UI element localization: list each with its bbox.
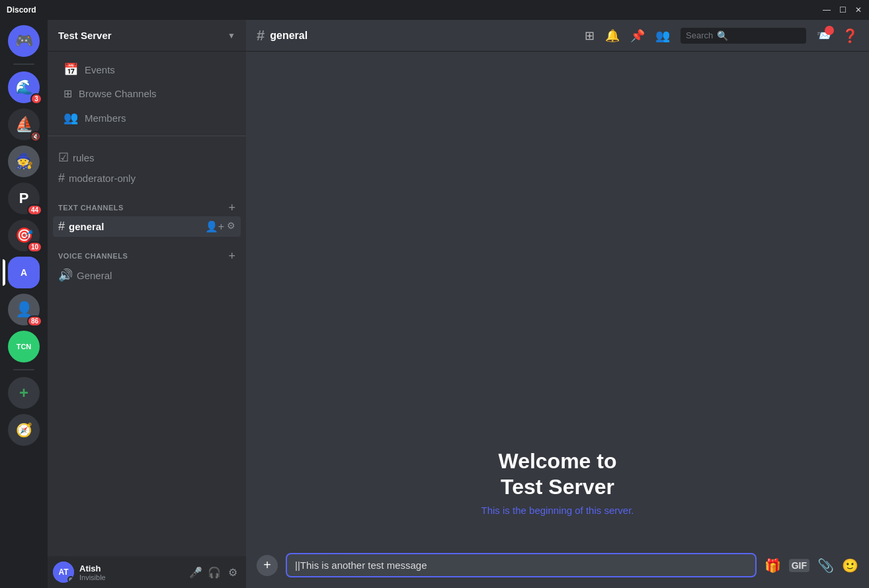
message-input[interactable] bbox=[295, 560, 747, 571]
add-server-button[interactable]: + bbox=[8, 377, 40, 409]
username: Atish bbox=[79, 564, 183, 573]
add-text-channel-button[interactable]: + bbox=[228, 202, 235, 214]
compass-icon: 🧭 bbox=[16, 422, 32, 438]
threads-icon[interactable]: ⊞ bbox=[585, 28, 595, 43]
ungrouped-channels: ☑ rules # moderator-only bbox=[48, 136, 246, 191]
server-item-wave[interactable]: 🌊 3 bbox=[8, 71, 40, 103]
sidebar-item-events-label: Events bbox=[85, 64, 115, 75]
text-channels-section: TEXT CHANNELS + # general 👤+ ⚙ bbox=[48, 191, 246, 239]
channel-header-left: # general bbox=[257, 27, 308, 44]
mute-button[interactable]: 🎤 bbox=[188, 564, 204, 580]
voice-channels-header: VOICE CHANNELS + bbox=[53, 250, 241, 262]
close-button[interactable]: ✕ bbox=[853, 5, 864, 15]
add-icon: + bbox=[19, 384, 28, 402]
user-status-dot bbox=[67, 576, 74, 583]
sail-server-icon: ⛵ bbox=[15, 116, 33, 133]
server-name: Test Server bbox=[58, 30, 112, 41]
user-settings-button[interactable]: ⚙ bbox=[225, 564, 241, 580]
server-item-zeus[interactable]: 🧙 bbox=[8, 146, 40, 177]
channel-actions-general: 👤+ ⚙ bbox=[205, 220, 235, 233]
gift-button[interactable]: 🎁 bbox=[765, 558, 781, 573]
user-area: AT Atish Invisible 🎤 🎧 ⚙ bbox=[48, 556, 246, 588]
server-item-ts[interactable]: A bbox=[8, 257, 40, 288]
server-item-discord-home[interactable]: 🎮 bbox=[8, 25, 40, 57]
rules-icon: ☑ bbox=[58, 150, 69, 165]
server-badge-p44: 44 bbox=[27, 204, 42, 216]
welcome-subtitle: This is the beginning of this server. bbox=[270, 505, 845, 516]
server-separator bbox=[13, 63, 34, 65]
add-voice-channel-button[interactable]: + bbox=[228, 250, 235, 262]
server-separator-2 bbox=[13, 369, 34, 370]
maximize-button[interactable]: ☐ bbox=[837, 5, 848, 15]
members-icon: 👥 bbox=[63, 110, 78, 125]
user-avatar: AT bbox=[53, 562, 74, 583]
gif-button[interactable]: GIF bbox=[789, 559, 809, 572]
server-item-person[interactable]: 👤 86 bbox=[8, 294, 40, 325]
server-badge-arrow: 10 bbox=[27, 241, 42, 253]
events-icon: 📅 bbox=[63, 62, 78, 77]
server-badge-wave: 3 bbox=[30, 93, 42, 105]
server-item-sail[interactable]: ⛵ 🔇 bbox=[8, 108, 40, 140]
channel-item-general[interactable]: # general 👤+ ⚙ bbox=[53, 216, 241, 237]
help-icon[interactable]: ❓ bbox=[842, 28, 858, 44]
sidebar-item-members[interactable]: 👥 Members bbox=[53, 105, 241, 130]
sidebar-header[interactable]: Test Server ▼ bbox=[48, 20, 246, 52]
channel-label-moderator: moderator-only bbox=[69, 173, 136, 184]
mute-channel-icon[interactable]: 🔔 bbox=[605, 28, 620, 43]
server-item-p44[interactable]: P 44 bbox=[8, 183, 40, 214]
message-input-wrapper bbox=[286, 553, 757, 577]
input-actions: 🎁 GIF 📎 🙂 bbox=[765, 558, 858, 573]
user-status: Invisible bbox=[79, 573, 183, 581]
channel-hash-icon: # bbox=[257, 27, 265, 44]
server-list: 🎮 🌊 3 ⛵ 🔇 🧙 P 44 🎯 10 A bbox=[0, 20, 48, 588]
active-indicator bbox=[3, 259, 5, 286]
pin-icon[interactable]: 📌 bbox=[630, 28, 645, 43]
titlebar: Discord — ☐ ✕ bbox=[0, 0, 869, 20]
channel-item-general-voice[interactable]: 🔊 General bbox=[53, 265, 241, 286]
ts-server-label: A bbox=[21, 267, 27, 278]
server-item-arrow[interactable]: 🎯 10 bbox=[8, 220, 40, 251]
welcome-title-text: Welcome toTest Server bbox=[499, 449, 617, 498]
channel-settings-icon[interactable]: ⚙ bbox=[227, 220, 235, 233]
channel-item-moderator-only[interactable]: # moderator-only bbox=[53, 168, 241, 189]
emoji-button[interactable]: 🙂 bbox=[842, 558, 858, 573]
app-title: Discord bbox=[7, 5, 36, 15]
server-item-tcn[interactable]: TCN bbox=[8, 331, 40, 362]
channel-item-rules[interactable]: ☑ rules bbox=[53, 147, 241, 168]
app-container: 🎮 🌊 3 ⛵ 🔇 🧙 P 44 🎯 10 A bbox=[0, 0, 869, 588]
zeus-server-icon: 🧙 bbox=[15, 153, 33, 170]
voice-channels-label[interactable]: VOICE CHANNELS bbox=[58, 252, 128, 260]
search-bar[interactable]: Search 🔍 bbox=[681, 28, 806, 44]
inbox-icon[interactable]: 📨 bbox=[817, 28, 831, 43]
voice-channels-section: VOICE CHANNELS + 🔊 General bbox=[48, 239, 246, 288]
members-list-icon[interactable]: 👥 bbox=[655, 28, 670, 43]
browse-channels-icon: ⊞ bbox=[63, 87, 72, 100]
sidebar-item-browse-channels[interactable]: ⊞ Browse Channels bbox=[53, 82, 241, 105]
sidebar-nav: 📅 Events ⊞ Browse Channels 👥 Members bbox=[48, 52, 246, 136]
user-controls: 🎤 🎧 ⚙ bbox=[188, 564, 241, 580]
sidebar-item-events[interactable]: 📅 Events bbox=[53, 57, 241, 82]
titlebar-buttons: — ☐ ✕ bbox=[821, 5, 864, 15]
search-placeholder: Search bbox=[686, 30, 713, 40]
search-icon: 🔍 bbox=[717, 30, 728, 41]
invite-member-icon[interactable]: 👤+ bbox=[205, 220, 224, 233]
sidebar-item-members-label: Members bbox=[85, 112, 126, 124]
voice-channel-icon: 🔊 bbox=[58, 268, 73, 282]
minimize-button[interactable]: — bbox=[821, 5, 832, 15]
channel-label-general-voice: General bbox=[77, 270, 112, 281]
channel-label-rules: rules bbox=[73, 152, 95, 163]
sticker-button[interactable]: 📎 bbox=[817, 558, 834, 573]
deafen-button[interactable]: 🎧 bbox=[206, 564, 222, 580]
text-channels-header: TEXT CHANNELS + bbox=[53, 202, 241, 214]
message-area: Welcome toTest Server This is the beginn… bbox=[246, 52, 869, 553]
discover-button[interactable]: 🧭 bbox=[8, 414, 40, 446]
channel-header: # general ⊞ 🔔 📌 👥 Search 🔍 📨 ❓ bbox=[246, 20, 869, 52]
message-input-area: + 🎁 GIF 📎 🙂 bbox=[246, 553, 869, 588]
welcome-title: Welcome toTest Server bbox=[270, 448, 845, 499]
welcome-section: Welcome toTest Server This is the beginn… bbox=[257, 422, 858, 542]
text-channels-label[interactable]: TEXT CHANNELS bbox=[58, 204, 124, 212]
moderator-icon: # bbox=[58, 171, 65, 185]
discord-logo: 🎮 bbox=[15, 32, 33, 50]
sidebar-item-browse-channels-label: Browse Channels bbox=[79, 88, 157, 99]
add-attachment-button[interactable]: + bbox=[257, 555, 278, 576]
